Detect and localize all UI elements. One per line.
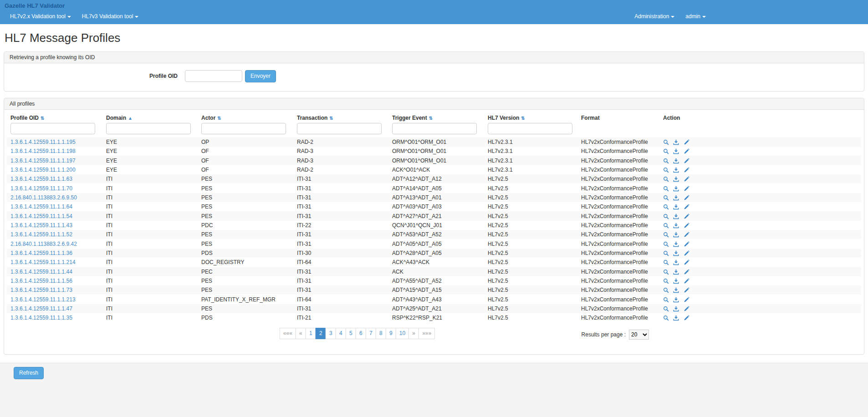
nav-item-administration[interactable]: Administration [629, 10, 680, 24]
profile-oid-link[interactable]: 1.3.6.1.4.12559.11.1.1.64 [10, 203, 72, 210]
profile-oid-link[interactable]: 1.3.6.1.4.12559.11.1.1.197 [10, 158, 76, 164]
view-profile-icon[interactable] [663, 204, 669, 210]
profile-oid-link[interactable]: 1.3.6.1.4.12559.11.1.1.63 [10, 176, 72, 182]
edit-profile-icon[interactable] [684, 139, 689, 145]
envoyer-button[interactable]: Envoyer [245, 70, 276, 82]
page-button-6[interactable]: 6 [356, 328, 366, 339]
download-profile-icon[interactable] [673, 278, 679, 284]
download-profile-icon[interactable] [673, 167, 679, 173]
filter-input-transaction[interactable] [297, 123, 382, 134]
refresh-button[interactable]: Refresh [14, 367, 44, 379]
download-profile-icon[interactable] [673, 186, 679, 192]
edit-profile-icon[interactable] [684, 297, 689, 303]
view-profile-icon[interactable] [663, 241, 669, 247]
edit-profile-icon[interactable] [684, 269, 689, 275]
download-profile-icon[interactable] [673, 232, 679, 238]
edit-profile-icon[interactable] [684, 204, 689, 210]
edit-profile-icon[interactable] [684, 259, 689, 265]
sort-both-icon[interactable]: ⇅ [521, 116, 525, 121]
page-button-first[interactable]: ««« [280, 328, 296, 339]
download-profile-icon[interactable] [673, 195, 679, 201]
sort-both-icon[interactable]: ⇅ [329, 116, 333, 121]
view-profile-icon[interactable] [663, 176, 669, 182]
sort-both-icon[interactable]: ⇅ [41, 116, 44, 121]
page-button-5[interactable]: 5 [346, 328, 356, 339]
profile-oid-input[interactable] [185, 70, 242, 82]
column-header-profile-oid[interactable]: Profile OID⇅ [7, 112, 102, 122]
column-header-trigger-event[interactable]: Trigger Event⇅ [388, 112, 484, 122]
download-profile-icon[interactable] [673, 250, 679, 256]
edit-profile-icon[interactable] [684, 195, 689, 201]
profile-oid-link[interactable]: 1.3.6.1.4.12559.11.1.1.35 [10, 315, 72, 321]
view-profile-icon[interactable] [663, 259, 669, 265]
profile-oid-link[interactable]: 1.3.6.1.4.12559.11.1.1.213 [10, 296, 76, 303]
profile-oid-link[interactable]: 2.16.840.1.113883.2.6.9.50 [10, 194, 77, 201]
edit-profile-icon[interactable] [684, 186, 689, 192]
column-header-hl7-version[interactable]: HL7 Version⇅ [484, 112, 577, 122]
view-profile-icon[interactable] [663, 139, 669, 145]
profile-oid-link[interactable]: 1.3.6.1.4.12559.11.1.1.54 [10, 213, 72, 219]
page-button-3[interactable]: 3 [326, 328, 336, 339]
filter-input-trigger-event[interactable] [392, 123, 477, 134]
view-profile-icon[interactable] [663, 148, 669, 154]
page-button-prev[interactable]: « [296, 328, 306, 339]
page-button-8[interactable]: 8 [376, 328, 386, 339]
download-profile-icon[interactable] [673, 204, 679, 210]
view-profile-icon[interactable] [663, 214, 669, 219]
page-button-1[interactable]: 1 [306, 328, 316, 339]
edit-profile-icon[interactable] [684, 214, 689, 219]
column-header-transaction[interactable]: Transaction⇅ [293, 112, 388, 122]
view-profile-icon[interactable] [663, 232, 669, 238]
edit-profile-icon[interactable] [684, 241, 689, 247]
edit-profile-icon[interactable] [684, 315, 689, 321]
page-button-10[interactable]: 10 [396, 328, 409, 339]
view-profile-icon[interactable] [663, 195, 669, 201]
page-button-2[interactable]: 2 [316, 328, 326, 339]
nav-item-hl7v3-validation-tool[interactable]: HL7v3 Validation tool [77, 10, 144, 24]
edit-profile-icon[interactable] [684, 306, 689, 312]
page-button-4[interactable]: 4 [336, 328, 346, 339]
view-profile-icon[interactable] [663, 186, 669, 192]
view-profile-icon[interactable] [663, 297, 669, 303]
filter-input-actor[interactable] [201, 123, 286, 134]
results-per-page-select[interactable]: 20 [629, 330, 649, 340]
profile-oid-link[interactable]: 1.3.6.1.4.12559.11.1.1.195 [10, 139, 76, 145]
download-profile-icon[interactable] [673, 241, 679, 247]
sort-ascending-icon[interactable]: ▲ [128, 116, 133, 121]
profile-oid-link[interactable]: 1.3.6.1.4.12559.11.1.1.200 [10, 167, 76, 173]
download-profile-icon[interactable] [673, 287, 679, 293]
page-button-9[interactable]: 9 [386, 328, 396, 339]
view-profile-icon[interactable] [663, 269, 669, 275]
view-profile-icon[interactable] [663, 223, 669, 229]
filter-input-hl7-version[interactable] [488, 123, 572, 134]
download-profile-icon[interactable] [673, 269, 679, 275]
column-header-actor[interactable]: Actor⇅ [198, 112, 293, 122]
filter-input-profile-oid[interactable] [10, 123, 95, 134]
profile-oid-link[interactable]: 2.16.840.1.113883.2.6.9.42 [10, 241, 77, 247]
profile-oid-link[interactable]: 1.3.6.1.4.12559.11.1.1.56 [10, 278, 72, 284]
page-button-next[interactable]: » [408, 328, 419, 339]
view-profile-icon[interactable] [663, 306, 669, 312]
profile-oid-link[interactable]: 1.3.6.1.4.12559.11.1.1.73 [10, 287, 72, 293]
edit-profile-icon[interactable] [684, 223, 689, 229]
view-profile-icon[interactable] [663, 158, 669, 164]
profile-oid-link[interactable]: 1.3.6.1.4.12559.11.1.1.44 [10, 269, 72, 275]
edit-profile-icon[interactable] [684, 148, 689, 154]
profile-oid-link[interactable]: 1.3.6.1.4.12559.11.1.1.70 [10, 185, 72, 192]
view-profile-icon[interactable] [663, 315, 669, 321]
nav-item-admin-user[interactable]: admin [680, 10, 711, 24]
download-profile-icon[interactable] [673, 214, 679, 219]
view-profile-icon[interactable] [663, 278, 669, 284]
app-brand[interactable]: Gazelle HL7 Validator [5, 2, 65, 10]
download-profile-icon[interactable] [673, 158, 679, 164]
download-profile-icon[interactable] [673, 297, 679, 303]
filter-input-domain[interactable] [106, 123, 191, 134]
sort-both-icon[interactable]: ⇅ [217, 116, 221, 121]
view-profile-icon[interactable] [663, 167, 669, 173]
page-button-last[interactable]: »»» [419, 328, 435, 339]
download-profile-icon[interactable] [673, 148, 679, 154]
edit-profile-icon[interactable] [684, 287, 689, 293]
profile-oid-link[interactable]: 1.3.6.1.4.12559.11.1.1.43 [10, 222, 72, 229]
profile-oid-link[interactable]: 1.3.6.1.4.12559.11.1.1.52 [10, 231, 72, 238]
profile-oid-link[interactable]: 1.3.6.1.4.12559.11.1.1.36 [10, 250, 72, 256]
